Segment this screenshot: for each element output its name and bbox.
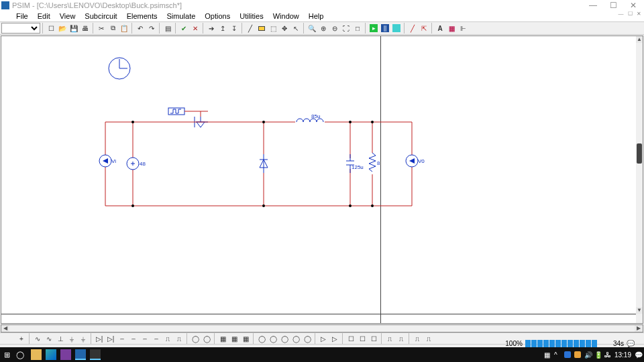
- pointer-icon[interactable]: ↖: [290, 23, 301, 34]
- tool-vsrc-icon[interactable]: ◯: [190, 333, 201, 344]
- menu-subcircuit[interactable]: Subcircuit: [80, 12, 121, 20]
- open-icon[interactable]: 📂: [57, 23, 68, 34]
- label-icon[interactable]: [256, 23, 267, 34]
- check-icon[interactable]: ✔: [178, 23, 189, 34]
- mdi-controls[interactable]: — ☐ ✕: [619, 11, 643, 17]
- minimize-button[interactable]: —: [586, 1, 600, 10]
- tool-comp-icon[interactable]: ▷: [329, 333, 340, 344]
- new-icon[interactable]: ☐: [46, 23, 56, 34]
- clock-text[interactable]: 13:19: [614, 351, 631, 359]
- tool-probe2-icon[interactable]: ◯: [268, 333, 278, 344]
- tool-3ph3-icon[interactable]: ▦: [240, 333, 251, 344]
- graph-icon[interactable]: [391, 23, 402, 34]
- menu-help[interactable]: Help: [305, 12, 328, 20]
- onenote-icon[interactable]: [60, 349, 71, 360]
- edge-icon[interactable]: [46, 349, 56, 360]
- tool-ctrl1-icon[interactable]: ⎍: [384, 333, 395, 344]
- tool-resistor-icon[interactable]: ∿: [32, 333, 43, 344]
- down-icon[interactable]: ↧: [229, 23, 239, 34]
- paste-icon[interactable]: 📋: [119, 23, 129, 34]
- tool-probe3-icon[interactable]: ◯: [279, 333, 290, 344]
- tray-chevron-icon[interactable]: ^: [554, 351, 561, 358]
- psim-taskbar-icon[interactable]: [75, 349, 86, 360]
- go-icon[interactable]: ➔: [206, 23, 217, 34]
- menu-simulate[interactable]: Simulate: [163, 12, 200, 20]
- maximize-button[interactable]: ☐: [606, 1, 620, 10]
- undo-icon[interactable]: ↶: [135, 23, 146, 34]
- menu-options[interactable]: Options: [201, 12, 234, 20]
- layer-select[interactable]: [1, 23, 40, 34]
- find-icon[interactable]: 🔍: [307, 23, 317, 34]
- tray-bluetooth-icon[interactable]: [564, 351, 571, 358]
- tool-ground2-icon[interactable]: ⏚: [78, 333, 89, 344]
- tool-diode-icon[interactable]: ▷|: [94, 333, 105, 344]
- save-icon[interactable]: 💾: [68, 23, 79, 34]
- probe-v-icon[interactable]: ╱: [407, 23, 418, 34]
- tool-capacitor-icon[interactable]: ⊥: [55, 333, 66, 344]
- up-icon[interactable]: ↥: [217, 23, 228, 34]
- start-button[interactable]: ⊞: [0, 351, 13, 359]
- scrollbar-v[interactable]: ▲ ▼: [636, 36, 643, 323]
- app-taskbar-icon[interactable]: [90, 349, 101, 360]
- menu-view[interactable]: View: [56, 12, 80, 20]
- menu-utilities[interactable]: Utilities: [235, 12, 267, 20]
- menu-window[interactable]: Window: [269, 12, 303, 20]
- tool-isrc-icon[interactable]: ◯: [201, 333, 212, 344]
- tool-probe4-icon[interactable]: ◯: [290, 333, 301, 344]
- delete-icon[interactable]: ✕: [190, 23, 201, 34]
- tray-battery-icon[interactable]: 🔋: [594, 351, 601, 358]
- tool-block3-icon[interactable]: ☐: [368, 333, 379, 344]
- comment-icon[interactable]: 💬: [627, 340, 635, 347]
- dc-source[interactable]: 48: [127, 158, 146, 170]
- vmeter-out[interactable]: V0: [406, 155, 425, 167]
- menu-edit[interactable]: Edit: [34, 12, 54, 20]
- tray-shield-icon[interactable]: [574, 351, 581, 358]
- cut-icon[interactable]: ✂: [96, 23, 107, 34]
- tool-switch1-icon[interactable]: ⎓: [117, 333, 127, 344]
- scroll-down-icon[interactable]: ▼: [636, 307, 643, 314]
- menu-elements[interactable]: Elements: [123, 12, 162, 20]
- scroll-up-icon[interactable]: ▲: [636, 36, 643, 43]
- run-icon[interactable]: ▸: [368, 23, 379, 34]
- tool-pwm-icon[interactable]: ⎍: [174, 333, 184, 344]
- zoomout-icon[interactable]: ⊖: [329, 23, 340, 34]
- tool-switch4-icon[interactable]: ⎓: [151, 333, 162, 344]
- redo-icon[interactable]: ↷: [146, 23, 157, 34]
- scroll-left-icon[interactable]: ◀: [1, 325, 9, 332]
- inductor[interactable]: 85u: [295, 113, 325, 125]
- resistor[interactable]: 8: [368, 153, 380, 174]
- scroll-thumb-v[interactable]: [637, 143, 642, 164]
- notification-icon[interactable]: 💬: [635, 351, 641, 358]
- tray-grid-icon[interactable]: ▦: [544, 351, 551, 358]
- tool-ctrl2-icon[interactable]: ⎍: [396, 333, 407, 344]
- wire-icon[interactable]: ╱: [245, 23, 256, 34]
- tool-opamp-icon[interactable]: ▷: [318, 333, 329, 344]
- tool-gate-icon[interactable]: ⎍: [162, 333, 173, 344]
- tool-extra2-icon[interactable]: ⎍: [423, 333, 434, 344]
- tool-3ph2-icon[interactable]: ▦: [229, 333, 239, 344]
- zoomsel-icon[interactable]: □: [352, 23, 363, 34]
- tool-switch2-icon[interactable]: ⎓: [128, 333, 139, 344]
- zoomin-icon[interactable]: ⊕: [318, 23, 329, 34]
- capacitor[interactable]: 125u: [345, 154, 364, 173]
- print-icon[interactable]: 🖶: [80, 23, 91, 34]
- text-icon[interactable]: A: [435, 23, 445, 34]
- library-icon[interactable]: ▤: [162, 23, 173, 34]
- tray-network-icon[interactable]: 🖧: [604, 351, 611, 358]
- explorer-icon[interactable]: [31, 349, 42, 360]
- tool-switch3-icon[interactable]: ⎓: [140, 333, 150, 344]
- tool-inductor-icon[interactable]: ∿: [44, 333, 54, 344]
- select-icon[interactable]: ⬚: [268, 23, 278, 34]
- scroll-right-icon[interactable]: ▶: [635, 325, 643, 332]
- tool-thyristor-icon[interactable]: ▷|: [105, 333, 116, 344]
- tool-block2-icon[interactable]: ☐: [357, 333, 368, 344]
- move-icon[interactable]: ✥: [279, 23, 290, 34]
- copy-icon[interactable]: ⧉: [107, 23, 118, 34]
- zoomfit-icon[interactable]: ⛶: [341, 23, 352, 34]
- element-icon[interactable]: ⊩: [458, 23, 468, 34]
- tool-plus-icon[interactable]: +: [16, 333, 27, 344]
- vmeter-in[interactable]: Vi: [99, 155, 116, 167]
- tray-volume-icon[interactable]: 🔊: [584, 351, 591, 358]
- cortana-icon[interactable]: ◯: [13, 351, 27, 359]
- diode[interactable]: [260, 154, 268, 173]
